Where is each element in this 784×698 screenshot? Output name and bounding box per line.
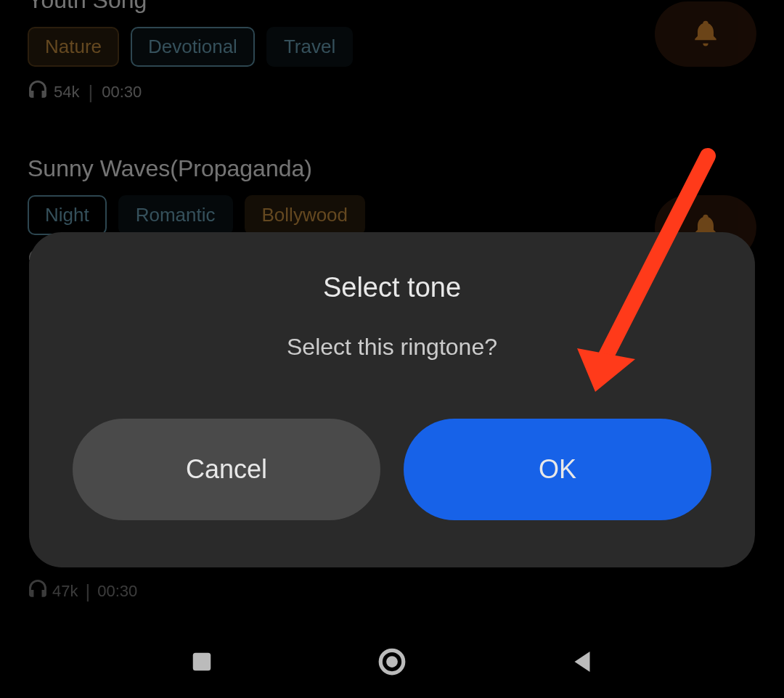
- tag-nature[interactable]: Nature: [28, 27, 119, 67]
- song-title: Youth Song: [28, 0, 756, 14]
- tag-row: Night Romantic Bollywood: [28, 195, 756, 235]
- dialog-message: Select this ringtone?: [73, 334, 711, 361]
- home-button[interactable]: [377, 646, 407, 680]
- svg-point-4: [386, 656, 398, 668]
- ok-button[interactable]: OK: [404, 419, 711, 520]
- android-nav-bar: [0, 646, 784, 680]
- duration: 00:30: [102, 83, 142, 102]
- tag-row: Nature Devotional Travel: [28, 27, 756, 67]
- back-button[interactable]: [567, 646, 597, 680]
- bell-icon: [690, 18, 722, 50]
- recent-apps-button[interactable]: [187, 646, 217, 680]
- duration: 00:30: [97, 582, 137, 601]
- cancel-button[interactable]: Cancel: [73, 419, 380, 520]
- tag-devotional[interactable]: Devotional: [131, 27, 255, 67]
- dialog-title: Select tone: [73, 272, 711, 303]
- song-meta: 47k | 00:30: [28, 579, 137, 604]
- headphone-icon: [28, 80, 48, 104]
- tag-bollywood[interactable]: Bollywood: [245, 195, 366, 235]
- song-title: Sunny Waves(Propaganda): [28, 155, 756, 182]
- tag-travel[interactable]: Travel: [266, 27, 353, 67]
- dialog-buttons: Cancel OK: [73, 419, 711, 520]
- play-count: 47k: [52, 582, 78, 601]
- tag-romantic[interactable]: Romantic: [118, 195, 233, 235]
- tag-night[interactable]: Night: [28, 195, 107, 235]
- headphone-icon: [28, 579, 48, 604]
- svg-marker-5: [575, 652, 590, 672]
- set-ringtone-button[interactable]: [655, 1, 756, 67]
- song-item: Youth Song Nature Devotional Travel 54k …: [28, 0, 756, 104]
- svg-rect-2: [193, 653, 211, 671]
- meta-divider: |: [88, 81, 93, 104]
- meta-divider: |: [85, 580, 90, 603]
- select-tone-dialog: Select tone Select this ringtone? Cancel…: [29, 232, 755, 567]
- song-meta: 54k | 00:30: [28, 80, 756, 104]
- play-count: 54k: [54, 83, 79, 102]
